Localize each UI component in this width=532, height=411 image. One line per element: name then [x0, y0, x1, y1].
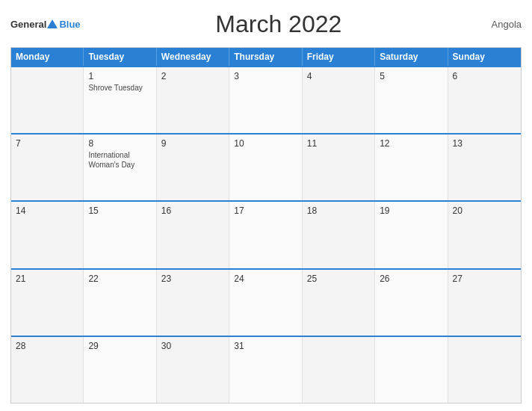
calendar-cell[interactable]: 29	[84, 337, 156, 403]
calendar-header-cell: Wednesday	[157, 48, 229, 66]
calendar-cell[interactable]: 2	[157, 67, 229, 133]
calendar-header-cell: Friday	[303, 48, 375, 66]
calendar-header-cell: Sunday	[448, 48, 521, 66]
day-number: 7	[16, 138, 78, 149]
day-number: 5	[380, 71, 442, 81]
calendar-cell[interactable]: 11	[303, 135, 375, 200]
calendar-cell[interactable]: 25	[303, 270, 375, 336]
day-number: 4	[307, 71, 370, 81]
day-number: 29	[88, 341, 151, 351]
page: GeneralBlue March 2022 Angola MondayTues…	[0, 0, 532, 411]
day-number: 14	[16, 206, 78, 216]
day-number: 3	[234, 71, 297, 81]
calendar-cell[interactable]: 17	[229, 202, 302, 268]
day-number: 27	[453, 274, 516, 284]
calendar-cell[interactable]: 16	[157, 202, 229, 268]
day-number: 24	[234, 274, 297, 284]
calendar-cell[interactable]: 23	[157, 270, 229, 336]
calendar-cell[interactable]: 31	[229, 337, 302, 403]
day-number: 16	[161, 206, 224, 216]
day-number: 12	[380, 138, 442, 149]
calendar-cell[interactable]: 6	[448, 67, 521, 133]
calendar-cell[interactable]	[448, 337, 521, 403]
day-number: 23	[161, 274, 224, 284]
calendar-cell[interactable]: 5	[375, 67, 448, 133]
calendar-week: 78International Woman's Day910111213	[11, 133, 521, 200]
calendar: MondayTuesdayWednesdayThursdayFridaySatu…	[10, 47, 522, 404]
calendar-cell[interactable]: 10	[229, 135, 302, 200]
calendar-cell[interactable]: 9	[157, 135, 229, 200]
day-number: 18	[307, 206, 370, 216]
calendar-cell[interactable]: 18	[303, 202, 375, 268]
calendar-cell[interactable]: 24	[229, 270, 302, 336]
day-number: 22	[88, 274, 151, 284]
calendar-header-cell: Thursday	[229, 48, 302, 66]
day-number: 28	[16, 341, 78, 351]
day-number: 31	[234, 341, 297, 351]
day-number: 11	[307, 138, 370, 149]
day-number: 6	[453, 71, 516, 81]
calendar-cell[interactable]	[375, 337, 448, 403]
calendar-cell[interactable]: 21	[11, 270, 84, 336]
calendar-header-cell: Saturday	[375, 48, 448, 66]
day-number: 21	[16, 274, 78, 284]
calendar-cell[interactable]: 19	[375, 202, 448, 268]
calendar-cell[interactable]	[11, 67, 84, 133]
calendar-cell[interactable]: 30	[157, 337, 229, 403]
day-number: 13	[453, 138, 516, 149]
calendar-header-cell: Monday	[11, 48, 84, 66]
calendar-cell[interactable]: 20	[448, 202, 521, 268]
calendar-header: MondayTuesdayWednesdayThursdayFridaySatu…	[11, 48, 521, 66]
calendar-cell[interactable]: 3	[229, 67, 302, 133]
calendar-week: 28293031	[11, 336, 521, 403]
calendar-cell[interactable]: 7	[11, 135, 84, 200]
calendar-week: 1Shrove Tuesday23456	[11, 66, 521, 133]
day-number: 10	[234, 138, 297, 149]
calendar-week: 14151617181920	[11, 200, 521, 268]
calendar-cell[interactable]: 15	[84, 202, 156, 268]
page-title: March 2022	[81, 10, 477, 38]
calendar-header-cell: Tuesday	[84, 48, 156, 66]
day-number: 8	[88, 138, 151, 149]
calendar-cell[interactable]: 14	[11, 202, 84, 268]
calendar-cell[interactable]: 13	[448, 135, 521, 200]
calendar-body: 1Shrove Tuesday2345678International Woma…	[11, 66, 521, 403]
calendar-cell[interactable]: 27	[448, 270, 521, 336]
calendar-cell[interactable]: 12	[375, 135, 448, 200]
day-number: 25	[307, 274, 370, 284]
day-number: 20	[453, 206, 516, 216]
day-number: 19	[380, 206, 442, 216]
day-number: 9	[161, 138, 224, 149]
logo-blue: Blue	[59, 19, 80, 30]
calendar-cell[interactable]: 28	[11, 337, 84, 403]
logo: GeneralBlue	[10, 19, 81, 30]
calendar-cell[interactable]: 4	[303, 67, 375, 133]
calendar-cell[interactable]: 22	[84, 270, 156, 336]
event-label: Shrove Tuesday	[88, 83, 151, 93]
event-label: International Woman's Day	[88, 150, 151, 170]
day-number: 17	[234, 206, 297, 216]
logo-general: General	[10, 19, 46, 30]
day-number: 26	[380, 274, 442, 284]
day-number: 30	[161, 341, 224, 351]
header: GeneralBlue March 2022 Angola	[10, 7, 522, 41]
country-label: Angola	[477, 19, 522, 30]
calendar-cell[interactable]: 26	[375, 270, 448, 336]
calendar-cell[interactable]	[303, 337, 375, 403]
calendar-cell[interactable]: 1Shrove Tuesday	[84, 67, 156, 133]
logo-triangle-icon	[47, 19, 58, 28]
day-number: 1	[88, 71, 151, 81]
day-number: 15	[88, 206, 151, 216]
day-number: 2	[161, 71, 224, 81]
calendar-cell[interactable]: 8International Woman's Day	[84, 135, 156, 200]
calendar-week: 21222324252627	[11, 268, 521, 336]
